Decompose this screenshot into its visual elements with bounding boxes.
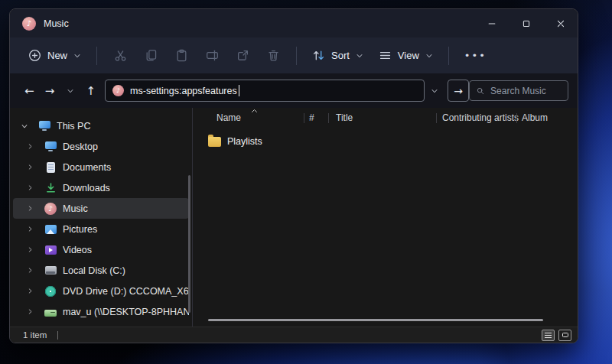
sidebar-item-dvd-drive-d[interactable]: DVD Drive (D:) CCCOMA_X64FRE_EN-G [13, 281, 189, 301]
sidebar-item-pictures[interactable]: Pictures [13, 219, 189, 239]
videos-icon [41, 245, 60, 255]
maximize-icon [522, 19, 531, 28]
sidebar-item-label: DVD Drive (D:) CCCOMA_X64FRE_EN-G [63, 286, 189, 297]
column-header-track[interactable]: # [304, 108, 328, 128]
back-icon: ← [24, 84, 34, 98]
thumbnail-view-button[interactable] [558, 330, 571, 341]
file-explorer-window: ♪ Music New [9, 8, 578, 343]
chevron-right-icon[interactable] [27, 308, 41, 315]
chevron-right-icon[interactable] [27, 143, 41, 150]
chevron-right-icon[interactable] [27, 288, 41, 294]
folder-icon [208, 137, 221, 147]
horizontal-scrollbar[interactable] [208, 319, 543, 321]
new-button[interactable]: New [21, 44, 89, 67]
navigation-pane: This PC Desktop Documents Downloads [10, 108, 192, 327]
sidebar-scrollbar[interactable] [188, 175, 190, 313]
chevron-down-icon[interactable] [21, 122, 34, 130]
column-headers: Name # Title Contributing artists Album [208, 108, 578, 128]
see-more-button[interactable]: ••• [457, 45, 494, 66]
go-icon: → [454, 85, 463, 97]
chevron-right-icon[interactable] [27, 164, 41, 171]
text-caret [239, 85, 239, 96]
view-button[interactable]: View [371, 44, 441, 67]
column-header-contributing-artists[interactable]: Contributing artists [437, 108, 516, 128]
maximize-button[interactable] [509, 9, 543, 37]
close-button[interactable] [543, 9, 578, 37]
paste-icon [175, 49, 188, 62]
chevron-down-icon [356, 52, 363, 60]
sidebar-item-network-drive[interactable]: mav_u (\\DESKTOP-8PHHAN9\Users) ( [13, 301, 189, 322]
sidebar-item-documents[interactable]: Documents [13, 157, 189, 177]
view-toggles [542, 330, 571, 341]
cut-button[interactable] [105, 43, 135, 69]
go-button[interactable]: → [448, 80, 469, 102]
music-note-icon: ♪ [48, 205, 53, 213]
status-separator [57, 331, 58, 340]
paste-button[interactable] [166, 43, 197, 69]
sidebar-item-downloads[interactable]: Downloads [13, 177, 189, 198]
column-label: Album [522, 112, 548, 123]
back-button[interactable]: ← [19, 80, 40, 101]
sidebar-item-desktop[interactable]: Desktop [13, 136, 189, 157]
column-label: Title [336, 112, 353, 123]
view-button-label: View [398, 50, 419, 61]
downloads-icon [41, 182, 60, 193]
sidebar-item-videos[interactable]: Videos [13, 239, 189, 260]
sort-ascending-icon [251, 109, 258, 113]
main-area: This PC Desktop Documents Downloads [10, 108, 578, 327]
chevron-right-icon[interactable] [27, 226, 41, 232]
forward-icon: → [45, 84, 55, 98]
sidebar-item-this-pc[interactable]: This PC [13, 115, 189, 136]
plus-circle-icon [28, 49, 41, 62]
search-box[interactable] [469, 80, 568, 101]
sidebar-item-label: Desktop [63, 141, 189, 152]
column-label: Contributing artists [442, 112, 519, 123]
recent-locations-button[interactable] [60, 80, 81, 101]
rename-button[interactable] [197, 43, 227, 69]
music-note-icon: ♪ [27, 20, 31, 28]
delete-button[interactable] [258, 43, 288, 69]
sidebar-item-label: Local Disk (C:) [63, 265, 189, 276]
up-button[interactable]: ↑ [80, 80, 101, 101]
sidebar-item-music[interactable]: ♪ Music [13, 198, 189, 219]
address-bar-row: ← → ↑ ♪ ms-settings:appsfeatures → [10, 73, 578, 108]
copy-button[interactable] [135, 43, 166, 69]
sort-button[interactable]: Sort [304, 44, 371, 67]
address-dropdown-button[interactable] [426, 80, 443, 101]
chevron-down-icon [425, 52, 433, 60]
close-icon [556, 19, 565, 28]
chevron-right-icon[interactable] [27, 205, 41, 212]
music-location-icon: ♪ [112, 85, 124, 96]
search-input[interactable] [490, 86, 561, 96]
file-row-playlists[interactable]: Playlists [208, 134, 578, 149]
minimize-button[interactable] [474, 9, 509, 37]
chevron-right-icon[interactable] [27, 246, 41, 253]
chevron-right-icon[interactable] [27, 184, 41, 191]
chevron-right-icon[interactable] [27, 267, 41, 274]
pictures-icon [41, 225, 60, 234]
column-header-name[interactable]: Name [208, 108, 304, 128]
toolbar-separator [96, 47, 97, 65]
command-bar: New Sort View [10, 37, 578, 73]
sidebar-item-label: Music [63, 203, 189, 214]
item-count: 1 item [23, 330, 47, 340]
copy-icon [145, 49, 158, 62]
rename-icon [206, 49, 219, 62]
details-view-button[interactable] [542, 330, 555, 341]
column-label: # [309, 112, 314, 123]
sort-button-label: Sort [331, 50, 350, 61]
sidebar-item-label: Downloads [63, 183, 189, 193]
ellipsis-icon: ••• [464, 50, 487, 61]
trash-icon [267, 49, 280, 62]
column-header-album[interactable]: Album [517, 108, 578, 128]
sidebar-item-local-disk-c[interactable]: Local Disk (C:) [13, 260, 189, 281]
window-controls [474, 9, 578, 37]
forward-button[interactable]: → [40, 80, 60, 101]
new-button-label: New [47, 50, 67, 61]
documents-icon [41, 162, 60, 173]
thumbnail-view-icon [562, 333, 568, 337]
music-folder-icon: ♪ [41, 203, 60, 215]
share-button[interactable] [227, 43, 258, 69]
address-input[interactable]: ♪ ms-settings:appsfeatures [105, 80, 425, 102]
column-header-title[interactable]: Title [329, 108, 436, 128]
